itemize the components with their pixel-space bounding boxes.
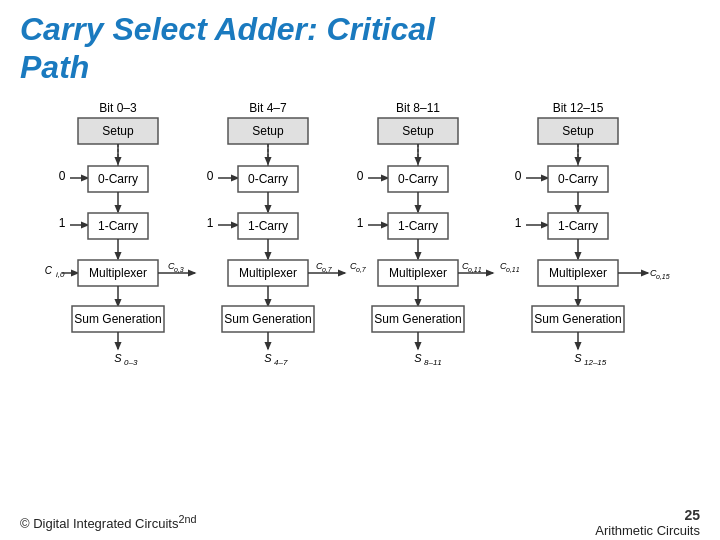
col4-1carry-label: 1-Carry [558,219,598,233]
col2-zero-label: 0 [207,169,214,183]
page-title: Carry Select Adder: Critical Path [0,0,720,92]
col4-mux-label: Multiplexer [549,266,607,280]
col2-sum-out-label: S [264,352,272,364]
col2-header: Bit 4–7 [249,101,287,115]
col3-sum-label: Sum Generation [374,312,461,326]
col2-1carry-label: 1-Carry [248,219,288,233]
copyright-text: © Digital Integrated Circuits [20,516,178,531]
section-title: Arithmetic Circuits [595,523,700,538]
col3-cin-sub: o,7 [356,266,367,273]
footer: © Digital Integrated Circuits2nd 25 Arit… [0,504,720,540]
col1-sum-label: Sum Generation [74,312,161,326]
edition-text: 2nd [178,513,196,525]
page-number: 25 [595,507,700,523]
col2-0carry-label: 0-Carry [248,172,288,186]
col2-cout-sub: o,7 [322,266,333,273]
col3-mux-label: Multiplexer [389,266,447,280]
col4-one-label: 1 [515,216,522,230]
col1-0carry-label: 0-Carry [98,172,138,186]
col2-sum-label: Sum Generation [224,312,311,326]
col2-mux-label: Multiplexer [239,266,297,280]
col1-mux-label: Multiplexer [89,266,147,280]
col3-sum-out-label: S [414,352,422,364]
col4-sum-label: Sum Generation [534,312,621,326]
diagram-area: Bit 0–3 Setup 0 0-Carry 1 1-Carry C i,0 … [0,94,720,514]
title-line1: Carry Select Adder: Critical [20,11,435,47]
col1-1carry-label: 1-Carry [98,219,138,233]
title-line2: Path [20,49,89,85]
col1-cin-label: C [45,265,53,276]
col1-cin-sub: i,0 [56,270,65,279]
col3-one-label: 1 [357,216,364,230]
col3-1carry-label: 1-Carry [398,219,438,233]
col3-header: Bit 8–11 [396,101,440,115]
col1-zero-label: 0 [59,169,66,183]
col1-one-label: 1 [59,216,66,230]
col4-cin-sub: o,11 [506,266,520,273]
col1-setup-label: Setup [102,124,134,138]
footer-copyright: © Digital Integrated Circuits2nd [20,513,197,531]
col1-cout-sub: o,3 [174,266,184,273]
col3-sum-out-sub: 8–11 [424,358,442,367]
col3-cout-sub: o,11 [468,266,482,273]
col3-0carry-label: 0-Carry [398,172,438,186]
col3-zero-label: 0 [357,169,364,183]
col2-sum-out-sub: 4–7 [274,358,288,367]
col2-one-label: 1 [207,216,214,230]
col4-sum-out-sub: 12–15 [584,358,607,367]
col1-sum-out-label: S [114,352,122,364]
col3-setup-label: Setup [402,124,434,138]
col4-zero-label: 0 [515,169,522,183]
col1-sum-out-sub: 0–3 [124,358,138,367]
col4-sum-out-label: S [574,352,582,364]
col4-0carry-label: 0-Carry [558,172,598,186]
footer-right-section: 25 Arithmetic Circuits [595,507,700,538]
col1-header: Bit 0–3 [99,101,137,115]
col4-header: Bit 12–15 [553,101,604,115]
col4-cout-sub: o,15 [656,273,670,280]
col2-setup-label: Setup [252,124,284,138]
col4-setup-label: Setup [562,124,594,138]
